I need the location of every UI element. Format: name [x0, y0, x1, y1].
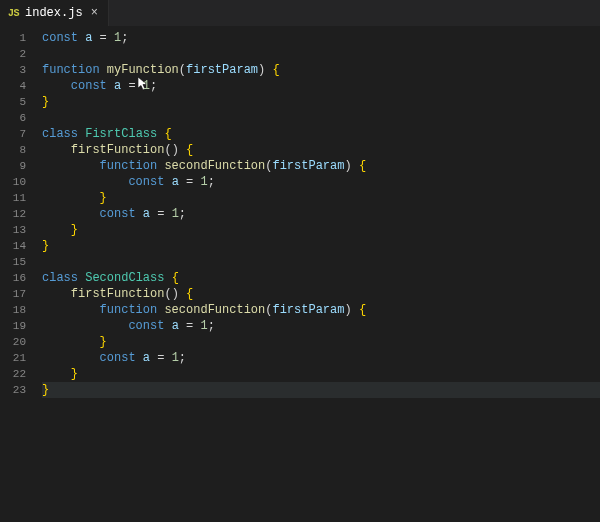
token-fn: firstFunction: [71, 287, 165, 301]
token-fn: secondFunction: [164, 159, 265, 173]
token-pn: [42, 191, 100, 205]
code-line[interactable]: }: [42, 238, 600, 254]
token-num: 1: [200, 175, 207, 189]
code-line[interactable]: const a = 1;: [42, 318, 600, 334]
token-kw: const: [71, 79, 107, 93]
line-number: 13: [0, 222, 26, 238]
token-pn: (: [179, 63, 186, 77]
token-pn: ;: [208, 319, 215, 333]
token-kw: function: [100, 303, 158, 317]
token-pn: [164, 175, 171, 189]
line-number-gutter: 1234567891011121314151617181920212223: [0, 26, 34, 522]
line-number: 4: [0, 78, 26, 94]
editor-tab[interactable]: JS index.js ×: [0, 0, 109, 26]
code-line[interactable]: [42, 46, 600, 62]
tab-title: index.js: [25, 6, 83, 20]
token-brc: {: [359, 303, 366, 317]
line-number: 10: [0, 174, 26, 190]
code-line[interactable]: class SecondClass {: [42, 270, 600, 286]
line-number: 3: [0, 62, 26, 78]
token-brc: {: [186, 143, 193, 157]
code-area[interactable]: const a = 1;function myFunction(firstPar…: [34, 26, 600, 522]
token-kw: const: [42, 31, 78, 45]
line-number: 1: [0, 30, 26, 46]
line-number: 20: [0, 334, 26, 350]
token-kw: const: [128, 175, 164, 189]
token-pn: ;: [179, 351, 186, 365]
code-line[interactable]: [42, 254, 600, 270]
code-line[interactable]: }: [42, 190, 600, 206]
code-line[interactable]: }: [42, 366, 600, 382]
code-editor[interactable]: 1234567891011121314151617181920212223 co…: [0, 26, 600, 522]
code-line[interactable]: function secondFunction(firstParam) {: [42, 302, 600, 318]
token-pn: (): [164, 287, 186, 301]
code-line[interactable]: }: [42, 334, 600, 350]
token-pn: (): [164, 143, 186, 157]
token-name: firstParam: [272, 303, 344, 317]
token-pn: [42, 351, 100, 365]
close-tab-button[interactable]: ×: [89, 7, 100, 19]
code-line[interactable]: const a = 1;: [42, 78, 600, 94]
token-pn: =: [150, 351, 172, 365]
token-pn: [42, 223, 71, 237]
token-pn: [42, 319, 128, 333]
token-pn: [136, 207, 143, 221]
token-pn: =: [150, 207, 172, 221]
code-line[interactable]: const a = 1;: [42, 30, 600, 46]
code-line[interactable]: firstFunction() {: [42, 142, 600, 158]
line-number: 14: [0, 238, 26, 254]
line-number: 7: [0, 126, 26, 142]
token-fn: secondFunction: [164, 303, 265, 317]
line-number: 16: [0, 270, 26, 286]
token-name: a: [143, 351, 150, 365]
token-pn: ;: [179, 207, 186, 221]
token-kw: function: [42, 63, 100, 77]
token-brc: {: [186, 287, 193, 301]
token-pn: [42, 207, 100, 221]
line-number: 11: [0, 190, 26, 206]
line-number: 22: [0, 366, 26, 382]
code-line[interactable]: [42, 110, 600, 126]
line-number: 18: [0, 302, 26, 318]
token-pn: =: [179, 319, 201, 333]
code-line[interactable]: }: [42, 382, 600, 398]
token-fn: firstFunction: [71, 143, 165, 157]
code-line[interactable]: firstFunction() {: [42, 286, 600, 302]
token-pn: =: [92, 31, 114, 45]
token-name: a: [143, 207, 150, 221]
token-brc: }: [42, 383, 49, 397]
code-line[interactable]: const a = 1;: [42, 206, 600, 222]
line-number: 17: [0, 286, 26, 302]
code-line[interactable]: function myFunction(firstParam) {: [42, 62, 600, 78]
token-name: firstParam: [186, 63, 258, 77]
token-kw: const: [100, 351, 136, 365]
token-pn: [42, 287, 71, 301]
token-brc: {: [359, 159, 366, 173]
code-line[interactable]: }: [42, 222, 600, 238]
code-line[interactable]: const a = 1;: [42, 174, 600, 190]
line-number: 9: [0, 158, 26, 174]
token-pn: [42, 335, 100, 349]
code-line[interactable]: }: [42, 94, 600, 110]
token-num: 1: [143, 79, 150, 93]
token-pn: [42, 79, 71, 93]
token-pn: [42, 303, 100, 317]
code-line[interactable]: const a = 1;: [42, 350, 600, 366]
line-number: 15: [0, 254, 26, 270]
code-line[interactable]: class FisrtClass {: [42, 126, 600, 142]
token-num: 1: [172, 207, 179, 221]
token-brc: {: [172, 271, 179, 285]
token-pn: [136, 351, 143, 365]
code-line[interactable]: function secondFunction(firstParam) {: [42, 158, 600, 174]
token-pn: [42, 159, 100, 173]
token-num: 1: [200, 319, 207, 333]
token-kw: const: [100, 207, 136, 221]
token-pn: [42, 367, 71, 381]
token-kw: const: [128, 319, 164, 333]
token-pn: ;: [121, 31, 128, 45]
token-cls: FisrtClass: [85, 127, 157, 141]
token-pn: ): [344, 303, 358, 317]
token-pn: ;: [208, 175, 215, 189]
token-pn: [100, 63, 107, 77]
token-pn: [164, 271, 171, 285]
